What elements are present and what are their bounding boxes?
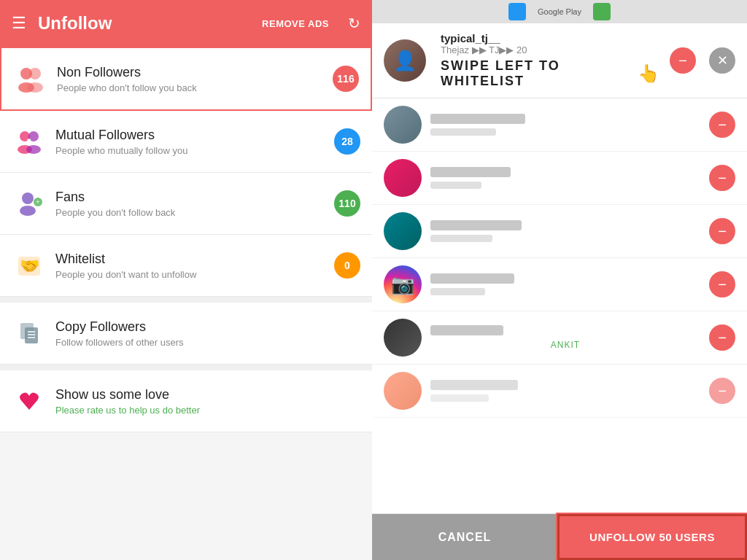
username-blur [430, 114, 525, 124]
whitelist-text: Whitelist People you don't want to unfol… [55, 252, 334, 280]
avatar [384, 212, 422, 250]
user-sub-blur [430, 288, 485, 295]
username-blur [430, 273, 514, 284]
refresh-icon[interactable]: ↻ [348, 15, 360, 32]
list-item: − [372, 98, 747, 152]
user-info: ANKIT [430, 325, 700, 350]
mutual-followers-icon: ♥ [12, 124, 47, 159]
ad-banner: Google Play [372, 0, 747, 23]
svg-point-3 [27, 82, 43, 93]
right-panel: Google Play 👤 typical_tj__ Thejaz ▶▶ TJ▶… [372, 0, 747, 560]
whitelist-title: Whitelist [55, 252, 334, 267]
top-user-avatar: 👤 [384, 39, 426, 82]
username-blur [430, 380, 518, 390]
top-user-username: typical_tj__ [441, 32, 661, 44]
mutual-followers-title: Mutual Followers [55, 128, 334, 143]
user-info [430, 167, 700, 189]
menu-separator [0, 297, 372, 303]
user-info [430, 380, 700, 402]
non-followers-title: Non Followers [57, 65, 333, 80]
menu-item-whitelist[interactable]: 🤝 Whitelist People you don't want to unf… [0, 235, 372, 297]
avatar [384, 159, 422, 197]
unfollow-button[interactable]: UNFOLLOW 50 USERS [557, 514, 747, 560]
app-title: Unfollow [38, 13, 250, 34]
non-followers-badge: 116 [333, 66, 359, 92]
user-list: − − − 📷 [372, 98, 747, 513]
user-sub-blur [430, 182, 481, 189]
remove-user-button[interactable]: − [709, 324, 735, 351]
remove-user-button[interactable]: − [709, 378, 735, 404]
list-item: − [372, 152, 747, 205]
top-user-handle: Thejaz ▶▶ TJ▶▶ 20 [441, 44, 661, 55]
list-item: 📷 − [372, 258, 747, 311]
menu-item-fans[interactable]: + Fans People you don't follow back 110 [0, 173, 372, 235]
remove-user-button[interactable]: − [709, 218, 735, 244]
copy-followers-icon [12, 316, 47, 351]
fans-title: Fans [55, 190, 334, 205]
remove-user-button[interactable]: − [709, 165, 735, 191]
svg-text:+: + [36, 198, 39, 206]
left-panel: ☰ Unfollow REMOVE ADS ↻ Non Followers Pe… [0, 0, 372, 560]
swipe-instruction-text: SWIPE LEFT TO WHITELIST [441, 58, 633, 89]
whitelist-subtitle: People you don't want to unfollow [55, 269, 334, 280]
non-followers-icon [13, 61, 48, 96]
svg-point-9 [22, 192, 34, 204]
menu-item-mutual-followers[interactable]: ♥ Mutual Followers People who mutually f… [0, 111, 372, 173]
copy-followers-title: Copy Followers [55, 319, 360, 335]
mutual-followers-text: Mutual Followers People who mutually fol… [55, 128, 334, 156]
menu-separator-2 [0, 365, 372, 370]
list-item: − [372, 365, 747, 418]
user-sub-blur [430, 128, 496, 136]
swipe-card: 👤 typical_tj__ Thejaz ▶▶ TJ▶▶ 20 SWIPE L… [372, 23, 747, 98]
cancel-button[interactable]: CANCEL [372, 514, 557, 560]
avatar: 📷 [384, 265, 422, 303]
menu-list: Non Followers People who don't follow yo… [0, 47, 372, 560]
hand-pointer-icon: 👆 [638, 63, 661, 84]
list-item: − [372, 205, 747, 258]
svg-text:🤝: 🤝 [20, 256, 40, 276]
copy-followers-subtitle: Follow followers of other users [55, 337, 360, 348]
fans-text: Fans People you don't follow back [55, 190, 334, 218]
non-followers-text: Non Followers People who don't follow yo… [57, 65, 333, 93]
close-button[interactable]: ✕ [709, 47, 735, 74]
user-info [430, 220, 700, 242]
show-love-icon [12, 384, 47, 419]
fans-icon: + [12, 186, 47, 221]
whitelist-badge: 0 [334, 252, 360, 279]
mutual-followers-subtitle: People who mutually follow you [55, 145, 334, 156]
ad-button-green[interactable] [593, 3, 611, 20]
svg-text:♥: ♥ [27, 136, 31, 144]
show-love-title: Show us some love [55, 387, 360, 402]
whitelist-icon: 🤝 [12, 248, 47, 283]
user-label: ANKIT [430, 340, 700, 350]
bottom-action-bar: CANCEL UNFOLLOW 50 USERS [372, 513, 747, 560]
username-blur [430, 325, 503, 335]
remove-user-button[interactable]: − [709, 271, 735, 298]
app-header: ☰ Unfollow REMOVE ADS ↻ [0, 0, 372, 47]
fans-badge: 110 [334, 190, 360, 217]
show-love-subtitle[interactable]: Please rate us to help us do better [55, 405, 360, 416]
svg-rect-16 [25, 327, 38, 343]
svg-point-7 [26, 145, 41, 154]
svg-point-10 [20, 206, 36, 216]
user-info [430, 114, 700, 136]
ad-button-blue[interactable] [508, 3, 526, 20]
menu-item-copy-followers[interactable]: Copy Followers Follow followers of other… [0, 303, 372, 365]
avatar [384, 106, 422, 144]
mutual-followers-badge: 28 [334, 128, 360, 155]
menu-item-non-followers[interactable]: Non Followers People who don't follow yo… [0, 47, 372, 111]
svg-point-1 [29, 68, 41, 79]
user-sub-blur [430, 394, 489, 402]
hamburger-icon[interactable]: ☰ [12, 14, 26, 33]
google-play-text: Google Play [538, 7, 581, 16]
remove-ads-button[interactable]: REMOVE ADS [262, 18, 329, 29]
non-followers-subtitle: People who don't follow you back [57, 82, 333, 93]
user-info [430, 273, 700, 295]
menu-item-show-love[interactable]: Show us some love Please rate us to help… [0, 370, 372, 432]
remove-user-button[interactable]: − [709, 112, 735, 138]
remove-top-user-button[interactable]: − [670, 47, 696, 74]
user-sub-blur [430, 235, 492, 242]
list-item: ANKIT − [372, 311, 747, 365]
avatar [384, 372, 422, 410]
copy-followers-text: Copy Followers Follow followers of other… [55, 319, 360, 348]
